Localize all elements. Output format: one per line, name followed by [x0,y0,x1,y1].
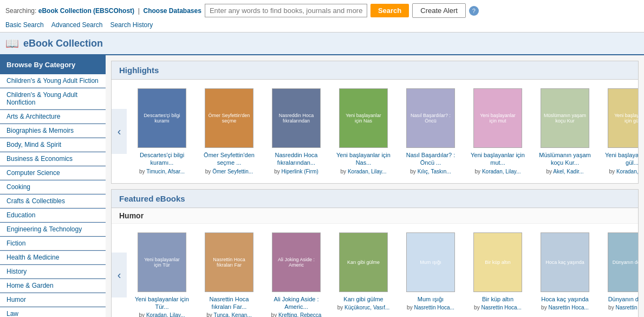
book-title-link[interactable]: Bir küp altın [482,295,513,303]
book-cover[interactable]: Yeni başlayanlar için gül [608,88,638,148]
book-cover[interactable]: Nasreddin Hoca fıkralarından [272,88,321,148]
sidebar-category-link[interactable]: Children's & Young Adult Nonfiction [0,88,106,109]
book-item: Bir küp altınBir küp altınby Nasrettin H… [468,232,528,317]
main-layout: Browse By Category Children's & Young Ad… [0,55,644,317]
book-title-link[interactable]: Ali Joking Aside : Americ... [266,295,326,311]
sidebar-category-item[interactable]: Body, Mind & Spirit [0,138,106,152]
book-author-link[interactable]: Tunca, Kenan... [213,312,251,317]
sidebar-category-item[interactable]: Law [0,307,106,317]
search-input[interactable] [205,4,367,17]
sidebar-category-item[interactable]: Engineering & Technology [0,223,106,237]
sidebar-category-item[interactable]: Health & Medicine [0,251,106,265]
book-author-link[interactable]: Nasrettin Hoca... [548,305,588,310]
sidebar-category-item[interactable]: Crafts & Collectibles [0,195,106,209]
search-history-link[interactable]: Search History [110,21,153,29]
book-title-link[interactable]: Nasıl Başardılar? : Öncü ... [401,151,460,167]
book-cover[interactable]: Yeni başlayanlar için Nas [339,88,388,148]
search-button[interactable]: Search [370,4,409,17]
sidebar-category-link[interactable]: Arts & Architecture [0,110,106,124]
sidebar-category-link[interactable]: Business & Economics [0,152,106,166]
book-title-link[interactable]: Nasreddin Hoca fıkralarından... [266,151,326,167]
book-cover[interactable]: Yeni başlayanlar için mut [473,88,522,148]
book-author-link[interactable]: Koradan, Lilay... [482,169,521,174]
book-title-link[interactable]: Descartes'çi bilgi kuramı... [132,151,192,167]
sidebar-category-link[interactable]: Children's & Young Adult Fiction [0,74,106,88]
book-item: Karı gibi gülmeKarı gibi gülmeby Küçükor… [334,232,393,317]
sidebar-category-link[interactable]: Law [0,307,106,317]
book-cover[interactable]: Dünyanın dengesi [608,232,638,292]
sidebar-category-link[interactable]: Cooking [0,180,106,194]
help-icon[interactable]: ? [469,6,479,16]
sidebar-category-item[interactable]: Humor [0,293,106,307]
book-cover[interactable]: Karı gibi gülme [339,232,388,292]
book-title-link[interactable]: Karı gibi gülme [343,295,383,303]
book-author-link[interactable]: Küçükoruc, Vasıf... [344,305,389,310]
book-author-link[interactable]: Hiperlink (Firm) [282,169,318,174]
book-title-link[interactable]: Müslümanın yaşam koçu Kur... [535,151,595,167]
sidebar-category-item[interactable]: Business & Economics [0,152,106,166]
sidebar-category-item[interactable]: Computer Science [0,166,106,180]
book-author-link[interactable]: Koradan, Lilay... [146,312,185,317]
book-title-link[interactable]: Yeni başlayanlar için Nas... [334,151,393,167]
book-cover[interactable]: Müslümanın yaşam koçu Kur [541,88,589,148]
book-title-link[interactable]: Yeni başlayanlar için mut... [468,151,528,167]
book-author-link[interactable]: Nasrettin Hoca... [615,305,638,310]
book-title-link[interactable]: Nasrettin Hoca fıkraları Far... [199,295,259,311]
sidebar-category-link[interactable]: Engineering & Technology [0,223,106,236]
sidebar-category-link[interactable]: Body, Mind & Spirit [0,138,106,152]
book-cover[interactable]: Yeni başlayanlar için Tür [138,232,186,292]
book-cover[interactable]: Descartes'çi bilgi kuramı [138,88,186,148]
book-cover[interactable]: Nasıl Başardılar? : Öncü [406,88,455,148]
book-title-link[interactable]: Yeni başlayanlar için gül... [602,151,638,167]
highlights-panel: Highlights ‹ Descartes'çi bilgi kuramıDe… [111,61,639,184]
sidebar-category-item[interactable]: Education [0,209,106,223]
book-cover[interactable]: Ömer Seyfettin'den seçme [205,88,253,148]
book-author-link[interactable]: Timucin, Afsar... [146,169,185,174]
book-title-link[interactable]: Yeni başlayanlar için Tür... [132,295,192,311]
sidebar-category-item[interactable]: Home & Garden [0,279,106,293]
book-cover[interactable]: Ali Joking Aside : Americ [272,232,321,292]
sidebar-category-link[interactable]: Home & Garden [0,279,106,293]
book-author-link[interactable]: Akel, Kadir... [553,169,583,174]
sidebar-category-item[interactable]: Fiction [0,237,106,251]
book-title-link[interactable]: Ömer Seyfettin'den seçme ... [199,151,259,167]
sidebar-category-link[interactable]: Computer Science [0,166,106,180]
book-cover[interactable]: Nasrettin Hoca fıkraları Far [205,232,253,292]
book-author-link[interactable]: Koradan, Lilay... [348,169,387,174]
content-area: Highlights ‹ Descartes'çi bilgi kuramıDe… [106,55,644,317]
collection-link[interactable]: eBook Collection (EBSCOhost) [38,7,134,15]
sidebar-category-link[interactable]: Humor [0,293,106,307]
book-author-link[interactable]: Nasrettin Hoca... [414,305,454,310]
basic-search-link[interactable]: Basic Search [5,21,44,29]
sidebar-category-item[interactable]: Cooking [0,180,106,195]
sidebar-category-link[interactable]: Fiction [0,237,106,250]
book-title-link[interactable]: Mum ışığı [418,295,444,303]
book-cover[interactable]: Bir küp altın [473,232,522,292]
create-alert-button[interactable]: Create Alert [412,3,466,18]
sidebar-category-link[interactable]: Education [0,209,106,222]
sidebar-category-link[interactable]: Health & Medicine [0,251,106,264]
book-cover[interactable]: Mum ışığı [406,232,455,292]
book-author: by Hiperlink (Firm) [274,169,318,174]
sidebar-category-item[interactable]: Arts & Architecture [0,110,106,124]
featured-prev-button[interactable]: ‹ [112,253,127,297]
sidebar-category-link[interactable]: History [0,265,106,279]
advanced-search-link[interactable]: Advanced Search [51,21,103,29]
sidebar-category-item[interactable]: History [0,265,106,279]
book-title-link[interactable]: Hoca kaç yaşında [541,295,588,303]
book-title-link[interactable]: Dünyanın dengesi [608,295,638,303]
choose-databases-link[interactable]: Choose Databases [144,7,201,15]
sidebar-category-link[interactable]: Biographies & Memoirs [0,124,106,138]
sidebar-category-item[interactable]: Children's & Young Adult Nonfiction [0,88,106,110]
book-author-link[interactable]: Ömer Seyfettin... [212,169,253,174]
highlights-prev-button[interactable]: ‹ [112,109,127,154]
sidebar-category-item[interactable]: Children's & Young Adult Fiction [0,74,106,88]
sidebar-category-item[interactable]: Biographies & Memoirs [0,124,106,138]
book-author-link[interactable]: Kılıç, Taskın... [418,169,451,174]
book-author-link[interactable]: Koradan, Lilay... [616,169,638,174]
sidebar-category-link[interactable]: Crafts & Collectibles [0,195,106,208]
book-cover[interactable]: Hoca kaç yaşında [541,232,589,292]
book-author-link[interactable]: Nasrettin Hoca... [481,305,521,310]
book-author-link[interactable]: Krefting, Rebecca [278,312,322,317]
book-author: by Koradan, Lilay... [341,169,387,174]
